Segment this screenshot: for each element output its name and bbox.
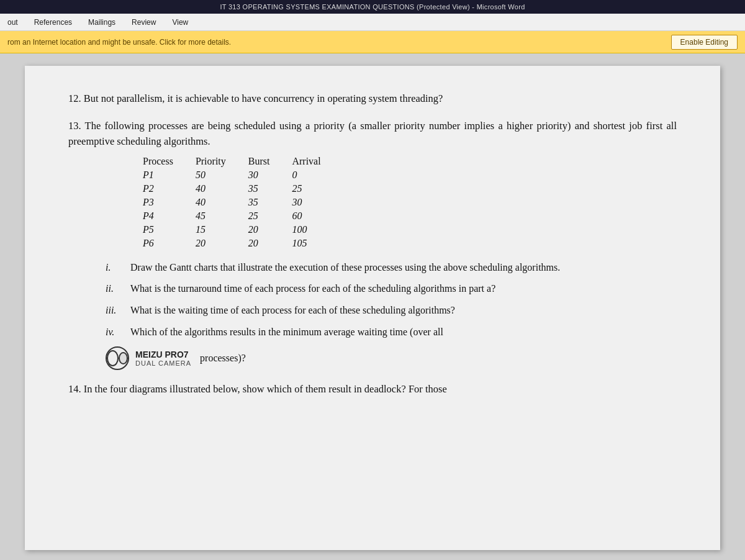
table-row: P5 15 20 100 bbox=[143, 223, 343, 237]
meizu-icon bbox=[106, 346, 129, 370]
menu-item-review[interactable]: Review bbox=[129, 17, 158, 28]
sub-questions: i. Draw the Gantt charts that illustrate… bbox=[106, 260, 677, 340]
process-table: Process Priority Burst Arrival P1 50 30 … bbox=[143, 155, 677, 250]
col-arrival: Arrival bbox=[292, 155, 343, 168]
menu-item-view[interactable]: View bbox=[169, 17, 191, 28]
protected-warning-text: rom an Internet location and might be un… bbox=[7, 38, 661, 47]
title-bar-text: IT 313 OPERATING SYSTEMS EXAMINATION QUE… bbox=[220, 3, 525, 11]
meizu-brand: MEIZU PRO7 bbox=[135, 350, 191, 359]
sub-text-i: Draw the Gantt charts that illustrate th… bbox=[130, 260, 677, 276]
document-page: 12. But not parallelism, it is achievabl… bbox=[25, 66, 720, 550]
sub-text-iii: What is the waiting time of each process… bbox=[130, 303, 677, 318]
question-12: 12. But not parallelism, it is achievabl… bbox=[68, 91, 677, 107]
meizu-processes: processes)? bbox=[200, 353, 677, 364]
menu-item-references[interactable]: References bbox=[32, 17, 74, 28]
q12-body: But not parallelism, it is achievable to… bbox=[84, 93, 443, 104]
sub-num-iii: iii. bbox=[106, 303, 130, 318]
question-14: 14. In the four diagrams illustrated bel… bbox=[68, 381, 677, 397]
sub-question-i: i. Draw the Gantt charts that illustrate… bbox=[106, 260, 677, 276]
sub-question-iv: iv. Which of the algorithms results in t… bbox=[106, 325, 677, 340]
title-bar: IT 313 OPERATING SYSTEMS EXAMINATION QUE… bbox=[0, 0, 745, 14]
sub-question-iii: iii. What is the waiting time of each pr… bbox=[106, 303, 677, 318]
q14-body: In the four diagrams illustrated below, … bbox=[84, 383, 447, 395]
col-priority: Priority bbox=[196, 155, 248, 168]
menu-item-out[interactable]: out bbox=[5, 17, 20, 28]
sub-num-ii: ii. bbox=[106, 281, 130, 297]
q14-text: 14. In the four diagrams illustrated bel… bbox=[68, 381, 677, 397]
table-row: P2 40 35 25 bbox=[143, 182, 343, 196]
q13-intro-text: The following processes are being schedu… bbox=[68, 120, 677, 148]
document-area: 12. But not parallelism, it is achievabl… bbox=[0, 53, 745, 560]
menu-item-mailings[interactable]: Mailings bbox=[86, 17, 118, 28]
q12-number: 12. bbox=[68, 93, 81, 104]
table-row: P3 40 35 30 bbox=[143, 196, 343, 209]
table-row: P4 45 25 60 bbox=[143, 209, 343, 223]
sub-text-ii: What is the turnaround time of each proc… bbox=[130, 281, 677, 297]
sub-text-iv: Which of the algorithms results in the m… bbox=[130, 325, 677, 340]
sub-num-iv: iv. bbox=[106, 325, 130, 340]
enable-editing-button[interactable]: Enable Editing bbox=[671, 35, 738, 50]
q13-intro: 13. The following processes are being sc… bbox=[68, 118, 677, 150]
question-13: 13. The following processes are being sc… bbox=[68, 118, 677, 370]
menu-bar: out References Mailings Review View bbox=[0, 14, 745, 31]
q12-text: 12. But not parallelism, it is achievabl… bbox=[68, 91, 677, 107]
q13-number: 13. bbox=[68, 120, 81, 132]
table-row: P6 20 20 105 bbox=[143, 237, 343, 250]
sub-question-ii: ii. What is the turnaround time of each … bbox=[106, 281, 677, 297]
col-process: Process bbox=[143, 155, 196, 168]
col-burst: Burst bbox=[248, 155, 292, 168]
meizu-sub: DUAL CAMERA bbox=[135, 359, 191, 367]
table-row: P1 50 30 0 bbox=[143, 168, 343, 182]
sub-num-i: i. bbox=[106, 260, 130, 276]
q14-number: 14. bbox=[68, 383, 81, 395]
protected-bar: rom an Internet location and might be un… bbox=[0, 31, 745, 53]
meizu-info: MEIZU PRO7 DUAL CAMERA bbox=[135, 350, 191, 367]
